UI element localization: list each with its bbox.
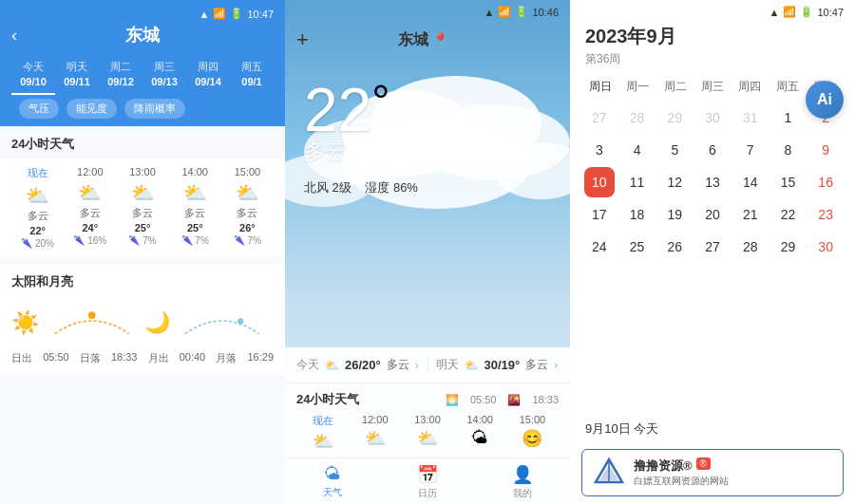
cal-day-w5-7[interactable]: 30	[810, 232, 841, 262]
p3-weekday-wed: 周三	[694, 75, 731, 99]
p1-metric-rain[interactable]: 降雨概率	[124, 99, 185, 119]
p1-moonset-label: 月落	[216, 351, 237, 365]
cal-day-w5-4[interactable]: 27	[697, 232, 728, 262]
p1-sun-row: ☀️ 🌙	[11, 298, 274, 347]
p2-nav-weather[interactable]: 🌤 天气	[285, 464, 380, 500]
cal-day-w5-2[interactable]: 25	[622, 232, 653, 262]
cal-day-w3-5[interactable]: 14	[735, 167, 766, 197]
cal-day-w1-3[interactable]: 29	[659, 103, 690, 133]
watermark-badge: ®	[696, 457, 711, 470]
p3-weekday-thu: 周四	[732, 75, 769, 99]
back-button[interactable]: ‹	[11, 26, 17, 46]
p1-date-5[interactable]: 周五 09/1	[230, 54, 274, 95]
cal-day-w5-6[interactable]: 29	[772, 232, 803, 262]
cal-day-w2-7[interactable]: 9	[810, 135, 841, 165]
cal-day-today[interactable]: 10	[584, 167, 615, 197]
p1-sun-times: 日出 05:50 日落 18:33 月出 00:40 月落 16:29	[11, 351, 274, 365]
p1-hour-0: 现在 ⛅ 多云 22° 🌂 20%	[11, 166, 64, 249]
p3-year-month: 2023年9月	[585, 24, 840, 49]
cal-day-w4-1[interactable]: 17	[584, 199, 615, 230]
p3-today-text: 9月10日 今天	[570, 411, 855, 441]
p1-hour-3: 14:00 ⛅ 多云 25° 🌂 7%	[169, 166, 221, 249]
p3-weekday-fri: 周五	[769, 75, 806, 99]
svg-point-0	[88, 311, 96, 319]
cal-day-w3-3[interactable]: 12	[659, 167, 690, 197]
p1-header: ▲ 📶 🔋 10:47 ‹ 东城 今天 09/10 明天 09/11 周二 09…	[0, 0, 285, 126]
p1-hour-2: 13:00 ⛅ 多云 25° 🌂 7%	[116, 166, 168, 249]
p3-signal-icon: 📶	[783, 6, 796, 18]
p3-week-label: 第36周	[585, 51, 840, 67]
p2-wind: 北风 2级	[304, 180, 352, 195]
watermark-text: 撸撸资源® ® 白嫖互联网资源的网站	[634, 457, 833, 488]
logo-svg	[592, 456, 626, 490]
p1-hourly-block: 现在 ⛅ 多云 22° 🌂 20% 12:00 ⛅ 多云 24° 🌂 16% 1…	[0, 159, 285, 256]
p2-nav-profile-label: 我的	[513, 487, 532, 500]
p3-header: 2023年9月 第36周	[570, 20, 855, 75]
p3-battery-icon: 🔋	[800, 6, 813, 18]
moon-icon: 🌙	[144, 310, 170, 335]
sun-arc	[48, 304, 137, 342]
p2-tomorrow-icon: ⛅	[465, 359, 479, 372]
p1-sunrise-time: 05:50	[43, 351, 69, 365]
cal-day-w1-4[interactable]: 30	[697, 103, 728, 133]
p1-dates-row: 今天 09/10 明天 09/11 周二 09/12 周三 09/13 周四 0…	[11, 54, 274, 95]
p2-nav-weather-label: 天气	[323, 486, 342, 499]
cal-day-w3-2[interactable]: 11	[622, 167, 653, 197]
p2-weather-desc: 多云	[304, 138, 551, 166]
p2-tomorrow-label: 明天	[436, 357, 459, 373]
p2-today-forecast: 今天 ⛅ 26/20° 多云 ›	[296, 357, 428, 373]
weather-nav-icon: 🌤	[324, 464, 341, 484]
cal-day-w4-3[interactable]: 19	[659, 199, 690, 230]
cal-day-w4-6[interactable]: 22	[772, 199, 803, 230]
ai-badge-button[interactable]: Ai	[806, 81, 844, 119]
cal-day-w4-5[interactable]: 21	[735, 199, 766, 230]
cal-day-w2-4[interactable]: 6	[697, 135, 728, 165]
p2-time: 10:46	[532, 7, 559, 18]
cal-day-w2-2[interactable]: 4	[622, 135, 653, 165]
cal-day-w5-3[interactable]: 26	[659, 232, 690, 262]
cal-day-w1-5[interactable]: 31	[735, 103, 766, 133]
p2-hourly-title: 24小时天气	[296, 391, 359, 408]
cal-day-w4-7[interactable]: 23	[810, 199, 841, 230]
p2-temp-row: 22 °	[304, 75, 551, 145]
p1-signal-icon: 📶	[213, 8, 226, 20]
cal-day-w2-6[interactable]: 8	[772, 135, 803, 165]
cal-day-w4-4[interactable]: 20	[697, 199, 728, 230]
p1-moonset-time: 16:29	[247, 351, 274, 365]
p1-date-1[interactable]: 明天 09/11	[55, 54, 99, 95]
cal-day-w1-2[interactable]: 28	[622, 103, 653, 133]
p1-date-today[interactable]: 今天 09/10	[11, 54, 55, 95]
p1-date-3[interactable]: 周三 09/13	[142, 54, 186, 95]
p2-hourly-header: 24小时天气 🌅 05:50 🌇 18:33	[296, 391, 559, 408]
cal-day-w3-4[interactable]: 13	[697, 167, 728, 197]
p2-hourly-section: 24小时天气 🌅 05:50 🌇 18:33 现在 ⛅ 12:00 ⛅	[285, 383, 570, 457]
cal-day-w3-7[interactable]: 16	[810, 167, 841, 197]
add-city-button[interactable]: +	[296, 28, 309, 52]
cal-day-w2-5[interactable]: 7	[735, 135, 766, 165]
p1-hourly-title: 24小时天气	[0, 126, 285, 159]
p2-today-arrow: ›	[415, 359, 419, 372]
p1-date-2[interactable]: 周二 09/12	[99, 54, 142, 95]
watermark-subtitle: 白嫖互联网资源的网站	[634, 475, 833, 488]
cal-day-w2-1[interactable]: 3	[584, 135, 615, 165]
location-icon: 📍	[432, 32, 448, 47]
cal-day-w5-5[interactable]: 28	[735, 232, 766, 262]
p1-date-val-today: 09/10	[13, 76, 53, 87]
cal-day-w2-3[interactable]: 5	[659, 135, 690, 165]
p1-metric-pressure[interactable]: 气压	[19, 99, 59, 119]
p1-sun-moon-title: 太阳和月亮	[11, 273, 274, 290]
cal-day-w5-1[interactable]: 24	[584, 232, 615, 262]
cal-day-w1-6[interactable]: 1	[772, 103, 803, 133]
p3-weekday-sun: 周日	[581, 75, 618, 99]
p2-nav-calendar[interactable]: 📅 日历	[380, 464, 475, 500]
p2-hour2-0: 现在 ⛅	[296, 414, 349, 454]
cal-day-w4-2[interactable]: 18	[622, 199, 653, 230]
p1-sunset-time: 18:33	[111, 351, 138, 365]
cal-day-w1-1[interactable]: 27	[584, 103, 615, 133]
p1-metric-visibility[interactable]: 能见度	[66, 99, 117, 119]
p2-nav-profile[interactable]: 👤 我的	[475, 464, 570, 500]
p1-date-4[interactable]: 周四 09/14	[186, 54, 230, 95]
cal-day-w3-6[interactable]: 15	[772, 167, 803, 197]
moon-arc	[178, 304, 267, 342]
p1-sunset-label: 日落	[80, 351, 101, 365]
